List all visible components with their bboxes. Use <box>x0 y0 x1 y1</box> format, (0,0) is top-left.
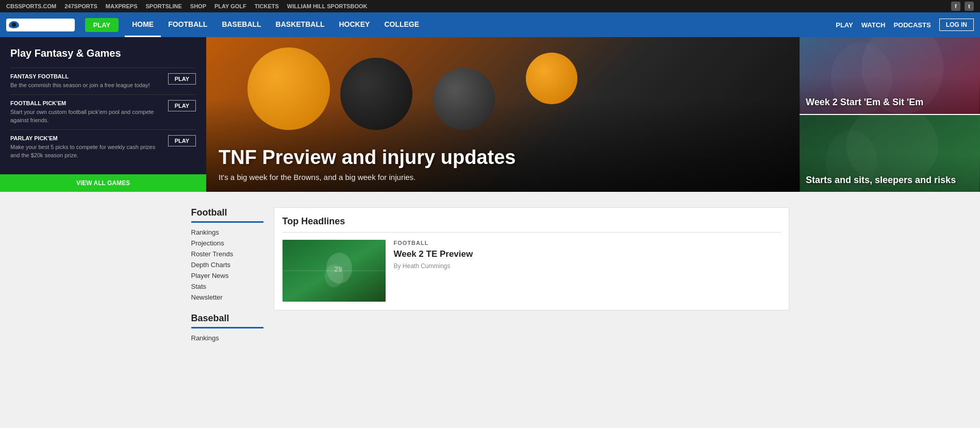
main-content: Top Headlines <box>274 207 789 354</box>
facebook-icon[interactable]: f <box>951 2 960 11</box>
nav-basketball[interactable]: BASKETBALL <box>269 12 332 37</box>
game-play-btn-2[interactable]: PLAY <box>168 100 196 111</box>
logo-area[interactable]: FANTASY ▾ <box>6 19 75 31</box>
nav-play-button[interactable]: PLAY <box>85 18 119 32</box>
content-area: Football Rankings Projections Roster Tre… <box>181 207 800 354</box>
game-play-btn-1[interactable]: PLAY <box>168 73 196 85</box>
game-title-2: FOOTBALL PICK'EM <box>10 100 163 106</box>
game-item-fantasy-football: FANTASY FOOTBALL Be the commish this sea… <box>10 68 196 94</box>
nav-right-watch[interactable]: WATCH <box>861 21 886 29</box>
helmet-4 <box>526 53 577 104</box>
topbar-shop[interactable]: SHOP <box>190 3 206 9</box>
sidebar-football-title: Football <box>191 207 263 223</box>
topbar-cbssports[interactable]: CBSSPORTS.COM <box>6 3 56 9</box>
topbar-247sports[interactable]: 247SPORTS <box>64 3 97 9</box>
helmet-3 <box>433 68 495 130</box>
headline-category: FOOTBALL <box>394 240 780 246</box>
sidebar: Football Rankings Projections Roster Tre… <box>191 207 263 354</box>
game-desc-3: Make your best 5 picks to compete for we… <box>10 143 163 159</box>
nav-right-play[interactable]: PLAY <box>836 21 853 29</box>
nav-baseball[interactable]: BASEBALL <box>214 12 268 37</box>
sidebar-football-section: Football Rankings Projections Roster Tre… <box>191 207 263 303</box>
topbar-maxpreps[interactable]: MAXPREPS <box>106 3 138 9</box>
topbar-sportsline[interactable]: SPORTSLINE <box>146 3 182 9</box>
sidebar-football-newsletter[interactable]: Newsletter <box>191 292 263 303</box>
game-title-1: FANTASY FOOTBALL <box>10 73 163 79</box>
fantasy-brand-text: FANTASY <box>21 20 67 30</box>
game-desc-2: Start your own custom football pick'em p… <box>10 108 163 124</box>
nav-home[interactable]: HOME <box>125 12 161 37</box>
hero-right-card-1-title: Week 2 Start 'Em & Sit 'Em <box>806 97 923 108</box>
game-item-parlay: PARLAY PICK'EM Make your best 5 picks to… <box>10 129 196 164</box>
nav-right-links: PLAY WATCH PODCASTS LOG IN <box>836 19 974 31</box>
main-navigation: FANTASY ▾ PLAY HOME FOOTBALL BASEBALL BA… <box>0 12 980 37</box>
topbar-playgolf[interactable]: PLAY GOLF <box>214 3 246 9</box>
game-title-3: PARLAY PICK'EM <box>10 135 163 141</box>
hero-left-title: Play Fantasy & Games <box>10 47 196 59</box>
hero-right-card-1[interactable]: Week 2 Start 'Em & Sit 'Em <box>800 37 980 115</box>
game-play-btn-3[interactable]: PLAY <box>168 135 196 146</box>
helmet-2 <box>340 58 412 130</box>
top-bar: CBSSPORTS.COM 247SPORTS MAXPREPS SPORTSL… <box>0 0 980 12</box>
top-headlines-title: Top Headlines <box>283 216 780 233</box>
sidebar-football-rankings[interactable]: Rankings <box>191 227 263 238</box>
svg-text:29: 29 <box>334 265 342 273</box>
hero-center-content: TNF Preview and injury updates It's a bi… <box>219 147 516 182</box>
hero-left-games: Play Fantasy & Games FANTASY FOOTBALL Be… <box>0 37 206 192</box>
helmet-1 <box>247 47 330 130</box>
game-desc-1: Be the commish this season or join a fre… <box>10 81 163 89</box>
hero-right-card-2-title: Starts and sits, sleepers and risks <box>806 175 956 186</box>
topbar-sportsbook[interactable]: WILLIAM HILL SPORTSBOOK <box>287 3 368 9</box>
sidebar-baseball-rankings[interactable]: Rankings <box>191 333 263 343</box>
nav-links: HOME FOOTBALL BASEBALL BASKETBALL HOCKEY… <box>125 12 836 37</box>
view-all-games-button[interactable]: VIEW ALL GAMES <box>0 174 206 192</box>
sidebar-football-player-news[interactable]: Player News <box>191 270 263 281</box>
game-item-pickem: FOOTBALL PICK'EM Start your own custom f… <box>10 94 196 129</box>
twitter-icon[interactable]: t <box>965 2 974 11</box>
nav-hockey[interactable]: HOCKEY <box>332 12 377 37</box>
nav-college[interactable]: COLLEGE <box>377 12 426 37</box>
sidebar-football-projections[interactable]: Projections <box>191 238 263 249</box>
sidebar-football-stats[interactable]: Stats <box>191 281 263 292</box>
top-bar-social: f t <box>951 2 974 11</box>
sidebar-baseball-section: Baseball Rankings <box>191 313 263 343</box>
sidebar-football-depth-charts[interactable]: Depth Charts <box>191 259 263 270</box>
sidebar-baseball-title: Baseball <box>191 313 263 328</box>
top-bar-links: CBSSPORTS.COM 247SPORTS MAXPREPS SPORTSL… <box>6 3 367 9</box>
headline-image: 29 <box>283 240 386 302</box>
nav-football[interactable]: FOOTBALL <box>161 12 214 37</box>
hero-center-image[interactable]: TNF Preview and injury updates It's a bi… <box>206 37 800 192</box>
hero-right-card-2[interactable]: Starts and sits, sleepers and risks <box>800 115 980 192</box>
nav-right-podcasts[interactable]: PODCASTS <box>893 21 931 29</box>
login-button[interactable]: LOG IN <box>939 19 974 31</box>
headline-image-svg: 29 <box>283 240 386 302</box>
headline-text: FOOTBALL Week 2 TE Preview By Heath Cumm… <box>394 240 780 270</box>
top-headlines-box: Top Headlines <box>274 207 789 310</box>
hero-right-cards: Week 2 Start 'Em & Sit 'Em Starts and si… <box>800 37 980 192</box>
sidebar-football-roster-trends[interactable]: Roster Trends <box>191 249 263 259</box>
headline-author: By Heath Cummings <box>394 262 780 270</box>
hero-main-subtitle: It's a big week for the Browns, and a bi… <box>219 173 516 182</box>
topbar-tickets[interactable]: TICKETS <box>255 3 279 9</box>
headline-article-title[interactable]: Week 2 TE Preview <box>394 249 780 259</box>
eye-symbol <box>9 21 19 28</box>
hero-main-title: TNF Preview and injury updates <box>219 147 516 169</box>
headline-item: 29 FOOTBALL Week 2 TE Preview By Heath C… <box>283 240 780 302</box>
hero-section: Play Fantasy & Games FANTASY FOOTBALL Be… <box>0 37 980 192</box>
logo-dropdown-arrow[interactable]: ▾ <box>70 22 72 28</box>
cbs-eye-logo: FANTASY ▾ <box>6 19 75 31</box>
